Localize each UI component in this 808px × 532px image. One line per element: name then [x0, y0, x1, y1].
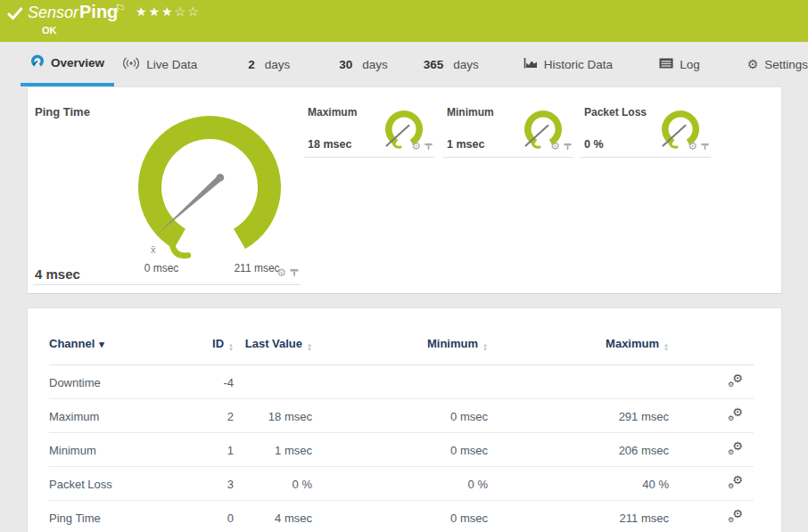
channel-maximum [488, 365, 669, 399]
gear-icon: ⚙ [747, 57, 759, 71]
area-chart-icon [524, 57, 538, 72]
tab-settings-label: Settings [764, 58, 808, 71]
tab-bar: Overview Live Data 2 days 30 days 365 da… [0, 42, 808, 86]
sort-icon: ▲▼ [228, 343, 234, 351]
table-header-row: Channel▾ ID▲▼ Last Value▲▼ Minimum▲▼ Max… [49, 331, 754, 365]
channel-settings-gears-icon[interactable]: ⚙⚙ [728, 408, 743, 422]
channel-last-value: 1 msec [234, 433, 312, 467]
channel-settings-gears-icon[interactable]: ⚙⚙ [728, 476, 743, 489]
channel-id: 1 [183, 433, 234, 467]
table-row-downtime: Downtime -4 ⚙⚙ [49, 365, 754, 399]
minimum-gauge-widget: Minimum 1 msec ⚙ [443, 101, 573, 158]
sensor-header: Sensor Ping ⚐ ★★★☆☆ OK [0, 0, 808, 42]
log-list-icon [659, 58, 673, 71]
column-header-id[interactable]: ID▲▼ [183, 331, 234, 365]
channel-settings-gears-icon[interactable]: ⚙⚙ [728, 510, 743, 523]
channel-last-value: 18 msec [234, 399, 312, 433]
widget-title: Maximum [308, 106, 357, 119]
tab-overview[interactable]: Overview [21, 42, 114, 86]
channel-id: 2 [183, 399, 234, 433]
tab-30-days[interactable]: 30 days [339, 42, 388, 86]
channel-maximum: 40 % [488, 467, 669, 501]
channel-name: Downtime [49, 365, 183, 399]
pin-icon[interactable] [290, 265, 299, 281]
tab-live-data-label: Live Data [146, 58, 197, 71]
packet-loss-value: 0 % [584, 138, 604, 151]
channel-minimum: 0 msec [312, 433, 488, 467]
channel-settings-gears-icon[interactable]: ⚙⚙ [728, 374, 743, 388]
widget-title: Ping Time [35, 105, 90, 119]
packet-loss-gauge-widget: Packet Loss 0 % ⚙ [581, 101, 711, 158]
gauge-icon [30, 54, 45, 70]
ping-time-gauge-widget: Ping Time x̄ 0 msec 211 msec 4 msec ⚙ [33, 98, 301, 285]
sensor-name: Ping [79, 2, 118, 22]
channel-last-value [234, 365, 312, 399]
minimum-value: 1 msec [447, 138, 484, 151]
tab-historic-data[interactable]: Historic Data [524, 42, 613, 86]
column-header-minimum[interactable]: Minimum▲▼ [312, 331, 488, 365]
maximum-value: 18 msec [308, 138, 351, 151]
broadcast-icon [122, 56, 140, 72]
widget-settings-gear-icon[interactable]: ⚙ [688, 140, 697, 152]
channel-name: Packet Loss [49, 467, 183, 501]
column-header-maximum[interactable]: Maximum▲▼ [488, 331, 669, 365]
status-ok-check-icon [7, 7, 23, 23]
tab-overview-label: Overview [51, 56, 104, 70]
tab-historic-data-label: Historic Data [544, 58, 613, 71]
channel-maximum: 211 msec [488, 501, 669, 532]
channel-minimum: 0 % [312, 467, 488, 501]
widget-title: Minimum [447, 106, 494, 119]
table-row-ping-time: Ping Time 0 4 msec 0 msec 211 msec ⚙⚙ [49, 501, 754, 532]
channel-name: Maximum [49, 399, 183, 433]
sensor-status-badge: OK [42, 25, 57, 36]
channel-name: Ping Time [49, 501, 183, 532]
column-header-actions [669, 331, 754, 365]
channel-minimum: 0 msec [312, 399, 488, 433]
column-header-channel[interactable]: Channel▾ [49, 331, 183, 365]
priority-flag-icon[interactable]: ⚐ [115, 2, 126, 15]
maximum-gauge-widget: Maximum 18 msec ⚙ [304, 101, 434, 158]
gauges-panel: Ping Time x̄ 0 msec 211 msec 4 msec ⚙ Ma… [27, 86, 782, 294]
pin-icon[interactable] [701, 138, 709, 154]
widget-settings-gear-icon[interactable]: ⚙ [411, 140, 421, 152]
widget-title: Packet Loss [584, 106, 647, 119]
tab-live-data[interactable]: Live Data [122, 42, 197, 86]
channel-minimum: 0 msec [312, 501, 488, 532]
sort-desc-icon: ▾ [99, 339, 104, 349]
widget-settings-gear-icon[interactable]: ⚙ [550, 140, 560, 152]
sort-icon: ▲▼ [307, 343, 312, 351]
channel-maximum: 206 msec [488, 433, 669, 467]
column-header-last-value[interactable]: Last Value▲▼ [234, 331, 312, 365]
priority-stars[interactable]: ★★★☆☆ [136, 4, 201, 19]
channel-minimum [312, 365, 488, 399]
tab-log[interactable]: Log [659, 42, 700, 86]
table-row-minimum: Minimum 1 1 msec 0 msec 206 msec ⚙⚙ [49, 433, 754, 467]
table-row-maximum: Maximum 2 18 msec 0 msec 291 msec ⚙⚙ [49, 399, 754, 433]
channel-id: 0 [183, 501, 234, 532]
sort-icon: ▲▼ [664, 343, 669, 351]
ping-time-gauge: x̄ [133, 114, 286, 274]
pin-icon[interactable] [425, 138, 433, 154]
channel-last-value: 0 % [234, 467, 312, 501]
tab-2-days[interactable]: 2 days [248, 42, 290, 86]
average-marker: x̄ [151, 244, 156, 255]
tab-365-days[interactable]: 365 days [424, 42, 479, 86]
tab-settings[interactable]: ⚙ Settings [747, 42, 808, 86]
channel-maximum: 291 msec [488, 399, 669, 433]
channel-settings-gears-icon[interactable]: ⚙⚙ [728, 442, 743, 455]
channel-id: -4 [183, 365, 234, 399]
channel-table: Channel▾ ID▲▼ Last Value▲▼ Minimum▲▼ Max… [49, 331, 754, 532]
sort-icon: ▲▼ [482, 343, 488, 351]
channel-name: Minimum [49, 433, 183, 467]
tab-log-label: Log [680, 58, 700, 71]
ping-time-current-value: 4 msec [35, 266, 80, 282]
widget-settings-gear-icon[interactable]: ⚙ [276, 266, 286, 279]
pin-icon[interactable] [564, 138, 572, 154]
sensor-type-label: Sensor [28, 4, 78, 22]
gauge-min-label: 0 msec [133, 262, 190, 274]
channel-id: 3 [183, 467, 234, 501]
channels-panel: Channel▾ ID▲▼ Last Value▲▼ Minimum▲▼ Max… [27, 307, 782, 532]
channel-last-value: 4 msec [234, 501, 312, 532]
table-row-packet-loss: Packet Loss 3 0 % 0 % 40 % ⚙⚙ [49, 467, 754, 501]
